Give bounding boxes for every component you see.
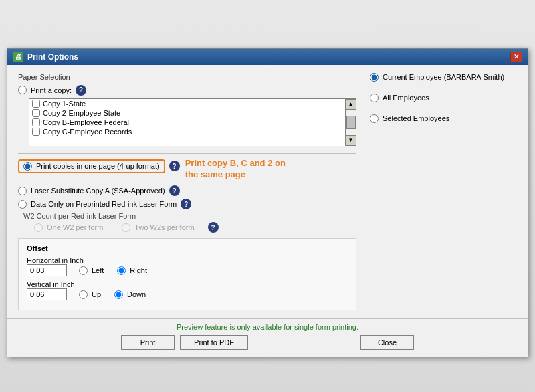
dialog-footer: Preview feature is only available for si… [7, 318, 528, 357]
up-label: Up [92, 290, 101, 298]
paper-selection-label: Paper Selection [18, 73, 356, 81]
print-copy-label: Print a copy: [31, 86, 72, 94]
print-options-dialog: 🖨 Print Options ✕ Paper Selection Print … [7, 48, 528, 358]
all-employees-radio[interactable] [370, 94, 379, 102]
selected-employees-radio[interactable] [370, 114, 379, 123]
option3-radio-row: Data Only on Preprinted Red-ink Laser Fo… [18, 199, 356, 209]
selected-employees-row: Selected Employees [370, 114, 517, 123]
option3-label: Data Only on Preprinted Red-ink Laser Fo… [31, 200, 177, 208]
option1-radio[interactable] [23, 162, 32, 171]
option1-row: Print copies in one page (4-up format) ?… [18, 159, 356, 181]
left-radio[interactable] [79, 266, 88, 275]
list-item: Copy C-Employee Records [29, 127, 345, 136]
w2-radios: One W2 per form Two W2s per form ? [29, 222, 356, 233]
scroll-thumb[interactable] [346, 116, 356, 129]
close-button[interactable]: Close [360, 335, 414, 350]
current-employee-radio[interactable] [370, 73, 379, 82]
list-item: Copy 1-State [29, 99, 345, 108]
print-button[interactable]: Print [121, 335, 175, 350]
one-w2-radio [34, 223, 43, 232]
format-section: Print copies in one page (4-up format) ?… [18, 159, 356, 233]
copies-listbox-wrapper: Copy 1-State Copy 2-Employee State Copy … [29, 98, 356, 146]
scroll-down-arrow[interactable]: ▼ [346, 135, 356, 146]
w2-count-section: W2 Count per Red-ink Laser Form One W2 p… [18, 212, 356, 233]
option1-label: Print copies in one page (4-up format) [36, 162, 160, 170]
horizontal-direction: Left Right [74, 266, 147, 275]
annotation-text: Print copy B, C and 2 onthe same page [185, 158, 286, 181]
option3-help-btn[interactable]: ? [181, 199, 191, 209]
vertical-input[interactable] [27, 288, 67, 300]
copy2-checkbox[interactable] [32, 109, 40, 117]
down-label: Down [127, 290, 146, 298]
up-row: Up [79, 290, 101, 299]
up-radio[interactable] [79, 290, 88, 299]
close-x-button[interactable]: ✕ [510, 52, 522, 62]
horizontal-input[interactable] [27, 264, 67, 276]
vertical-label: Vertical in Inch [27, 280, 348, 288]
two-w2-radio [122, 223, 130, 232]
horizontal-row: Left Right [27, 264, 348, 276]
print-copy-radio[interactable] [18, 86, 27, 94]
list-item: Copy B-Employee Federal [29, 118, 345, 127]
footer-note: Preview feature is only available for si… [177, 323, 358, 331]
list-item: Copy 2-Employee State [29, 108, 345, 118]
left-row: Left [79, 266, 104, 275]
right-label: Right [130, 266, 147, 274]
copyb-label: Copy B-Employee Federal [43, 118, 129, 126]
copy1-label: Copy 1-State [43, 100, 86, 108]
option1-left: Print copies in one page (4-up format) ? [18, 159, 180, 176]
print-copy-help-btn[interactable]: ? [76, 85, 86, 96]
dialog-body: Paper Selection Print a copy: ? Copy 1-S… [7, 65, 528, 319]
copyc-label: Copy C-Employee Records [43, 128, 132, 136]
option1-highlight: Print copies in one page (4-up format) [18, 159, 165, 173]
selected-employees-label: Selected Employees [383, 114, 449, 122]
option3-radio[interactable] [18, 200, 27, 209]
option2-label: Laser Substitute Copy A (SSA-Approved) [31, 187, 165, 195]
copy2-label: Copy 2-Employee State [43, 109, 120, 117]
two-w2-label: Two W2s per form [134, 223, 194, 231]
w2-count-help-btn[interactable]: ? [208, 222, 219, 233]
offset-title: Offset [27, 244, 348, 252]
option2-radio-row: Laser Substitute Copy A (SSA-Approved) ? [18, 185, 356, 196]
copyb-checkbox[interactable] [32, 118, 40, 126]
copyc-checkbox[interactable] [32, 128, 40, 136]
all-employees-row: All Employees [370, 94, 517, 102]
right-radio[interactable] [117, 266, 126, 275]
w2-count-label: W2 Count per Red-ink Laser Form [23, 212, 356, 220]
dialog-overlay: 🖨 Print Options ✕ Paper Selection Print … [0, 0, 535, 392]
footer-buttons: Print Print to PDF Close [18, 335, 517, 350]
down-radio[interactable] [114, 290, 123, 299]
one-w2-label: One W2 per form [47, 223, 103, 231]
employee-selection-section: Current Employee (BARBARA Smith) All Emp… [370, 73, 517, 123]
down-row: Down [114, 290, 146, 299]
option2-radio[interactable] [18, 187, 27, 195]
titlebar-left: 🖨 Print Options [13, 52, 78, 62]
offset-section: Offset Horizontal in Inch Left [18, 238, 356, 310]
paper-selection-section: Paper Selection Print a copy: ? Copy 1-S… [18, 73, 356, 146]
copies-listbox[interactable]: Copy 1-State Copy 2-Employee State Copy … [29, 98, 346, 146]
left-label: Left [92, 266, 104, 274]
listbox-scrollbar[interactable]: ▲ ▼ [346, 98, 356, 146]
divider1 [18, 153, 356, 154]
right-row: Right [117, 266, 147, 275]
vertical-direction: Up Down [74, 290, 146, 299]
two-w2-row: Two W2s per form [122, 222, 194, 233]
dialog-icon: 🖨 [13, 52, 23, 62]
all-employees-label: All Employees [383, 94, 429, 102]
left-panel: Paper Selection Print a copy: ? Copy 1-S… [18, 73, 356, 311]
one-w2-row: One W2 per form [34, 222, 103, 233]
option2-help-btn[interactable]: ? [169, 185, 180, 196]
option1-radio-row: Print copies in one page (4-up format) ? [18, 159, 180, 173]
option1-help-btn[interactable]: ? [169, 161, 180, 171]
print-copy-row: Print a copy: ? [18, 85, 356, 96]
dialog-titlebar: 🖨 Print Options ✕ [7, 49, 528, 65]
current-employee-label: Current Employee (BARBARA Smith) [383, 73, 504, 81]
scroll-up-arrow[interactable]: ▲ [346, 99, 356, 110]
current-employee-row: Current Employee (BARBARA Smith) [370, 73, 517, 82]
print-to-pdf-button[interactable]: Print to PDF [180, 335, 248, 350]
dialog-title: Print Options [27, 52, 78, 62]
vertical-row: Up Down [27, 288, 348, 300]
horizontal-label: Horizontal in Inch [27, 256, 348, 264]
copy1-checkbox[interactable] [32, 100, 40, 108]
right-panel: Current Employee (BARBARA Smith) All Emp… [370, 73, 517, 311]
